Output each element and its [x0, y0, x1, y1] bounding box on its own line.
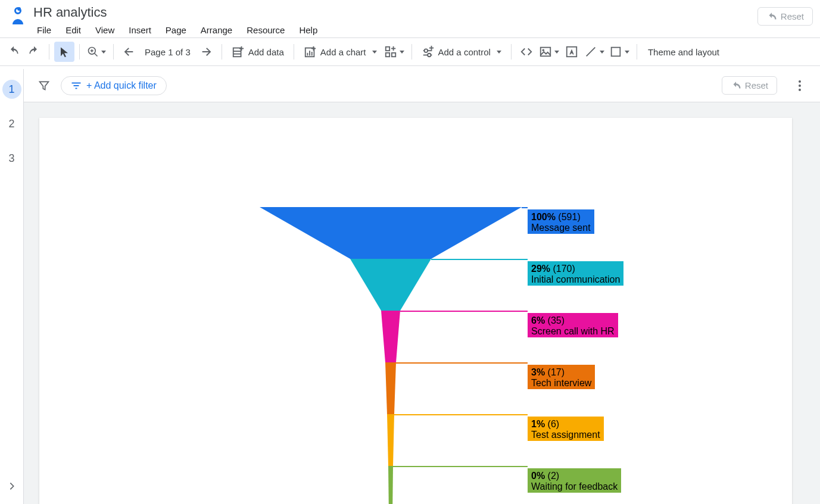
arrow-left-icon [122, 45, 135, 58]
canvas[interactable]: 100% (591)Message sent29% (170)Initial c… [24, 102, 820, 504]
svg-marker-42 [385, 362, 396, 414]
image-button[interactable] [537, 42, 562, 62]
chevron-down-icon [625, 51, 629, 54]
reset-label: Reset [781, 11, 804, 21]
arrow-right-icon [200, 45, 213, 58]
rail-toggle-button[interactable] [2, 477, 21, 496]
looker-studio-logo-icon[interactable] [7, 5, 29, 26]
svg-point-1 [17, 7, 21, 11]
chevron-down-icon [554, 51, 559, 54]
prev-page-button[interactable] [119, 42, 139, 62]
redo-icon [28, 46, 40, 58]
funnel-stage-label: 1% (6)Test assignment [528, 417, 604, 441]
undo-icon [766, 12, 777, 21]
funnel-stage-label: 6% (35)Screen call with HR [528, 313, 618, 337]
embed-icon [520, 45, 533, 58]
title-bar: HR analytics File Edit View Insert Page … [0, 0, 820, 37]
undo-button[interactable] [4, 42, 24, 62]
zoom-button[interactable] [85, 42, 108, 62]
menu-help[interactable]: Help [293, 23, 323, 37]
svg-rect-17 [385, 47, 389, 51]
selection-tool-button[interactable] [54, 42, 74, 62]
text-button[interactable] [562, 42, 582, 62]
add-control-label: Add a control [438, 47, 491, 57]
shape-icon [609, 45, 622, 58]
theme-layout-button[interactable]: Theme and layout [642, 47, 725, 57]
menu-resource[interactable]: Resource [241, 23, 291, 37]
add-control-button[interactable]: Add a control [417, 42, 506, 62]
menu-arrange[interactable]: Arrange [195, 23, 238, 37]
filter-bar: + Add quick filter Reset [24, 69, 820, 102]
text-icon [565, 45, 578, 58]
svg-rect-14 [311, 52, 313, 55]
chart-icon [304, 45, 317, 58]
chevron-down-icon [497, 51, 501, 54]
svg-rect-13 [309, 51, 310, 55]
svg-rect-12 [307, 53, 308, 56]
menu-file[interactable]: File [31, 23, 57, 37]
chevron-right-icon [7, 481, 17, 491]
filter-list-icon [71, 82, 82, 90]
page-thumb-2[interactable]: 2 [2, 114, 21, 133]
funnel-chart[interactable] [260, 207, 522, 504]
reset-button[interactable]: Reset [757, 7, 813, 26]
svg-line-3 [95, 54, 98, 57]
chevron-down-icon [400, 51, 404, 54]
svg-point-23 [424, 49, 428, 52]
funnel-stage-label: 29% (170)Initial communication [528, 261, 623, 286]
add-data-button[interactable]: Add data [227, 42, 289, 62]
document-title[interactable]: HR analytics [31, 4, 757, 21]
url-embed-button[interactable] [516, 42, 537, 62]
filter-icon[interactable] [36, 77, 52, 94]
community-viz-button[interactable] [382, 42, 407, 62]
undo-icon [8, 46, 20, 58]
svg-marker-38 [350, 259, 431, 311]
add-chart-label: Add a chart [320, 47, 366, 57]
control-icon [422, 45, 435, 58]
svg-marker-44 [387, 414, 394, 466]
zoom-icon [87, 46, 99, 58]
svg-marker-40 [381, 311, 400, 362]
next-page-button[interactable] [197, 42, 217, 62]
chevron-down-icon [101, 51, 106, 54]
funnel-stage-label: 100% (591)Message sent [528, 209, 594, 234]
svg-rect-28 [541, 48, 551, 57]
line-button[interactable] [582, 42, 607, 62]
funnel-stage-label: 3% (17)Tech interview [528, 365, 595, 389]
community-viz-icon [384, 45, 397, 58]
svg-rect-19 [391, 53, 395, 57]
line-icon [584, 45, 597, 58]
add-quick-filter-label: + Add quick filter [86, 80, 157, 91]
menu-edit[interactable]: Edit [60, 23, 87, 37]
svg-marker-46 [388, 466, 393, 504]
page-thumb-3[interactable]: 3 [2, 149, 21, 168]
add-data-icon [232, 45, 245, 58]
menu-page[interactable]: Page [160, 23, 192, 37]
filter-reset-button[interactable]: Reset [722, 76, 777, 95]
page-indicator: Page 1 of 3 [139, 47, 197, 57]
page-rail: 1 2 3 [0, 69, 24, 504]
report-page[interactable]: 100% (591)Message sent29% (170)Initial c… [39, 118, 792, 504]
image-icon [539, 45, 552, 58]
svg-point-29 [542, 49, 544, 51]
more-menu-button[interactable] [791, 80, 808, 91]
add-quick-filter-button[interactable]: + Add quick filter [61, 76, 167, 95]
add-chart-button[interactable]: Add a chart [299, 42, 382, 62]
toolbar: Page 1 of 3 Add data Add a chart Add a c… [0, 37, 820, 66]
page-thumb-1[interactable]: 1 [2, 80, 21, 99]
svg-line-31 [587, 48, 595, 57]
menu-view[interactable]: View [89, 23, 120, 37]
svg-point-25 [428, 54, 431, 57]
undo-icon [731, 82, 741, 90]
menu-bar: File Edit View Insert Page Arrange Resou… [31, 23, 757, 37]
svg-marker-36 [260, 207, 522, 259]
menu-insert[interactable]: Insert [123, 23, 157, 37]
chevron-down-icon [600, 51, 604, 54]
shape-button[interactable] [607, 42, 632, 62]
filter-reset-label: Reset [745, 80, 768, 90]
svg-rect-32 [612, 48, 621, 57]
chevron-down-icon [372, 51, 377, 54]
svg-rect-18 [385, 53, 389, 57]
svg-rect-6 [233, 48, 241, 57]
redo-button[interactable] [24, 42, 44, 62]
